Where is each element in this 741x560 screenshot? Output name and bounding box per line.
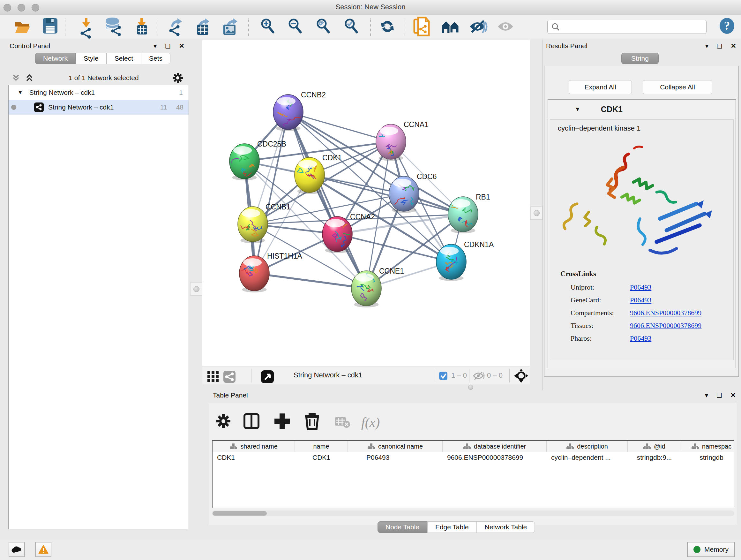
panel-float-icon[interactable]: ❑ <box>165 43 171 50</box>
panel-float-icon[interactable]: ❑ <box>717 43 722 50</box>
network-graph[interactable]: CCNB2CCNA1CDC25BCDK1CDC6RB1CCNB1CCNA2CDK… <box>202 40 530 367</box>
zoom-out-icon[interactable] <box>289 19 300 32</box>
import-table-icon[interactable] <box>137 18 147 35</box>
import-network-database-icon[interactable] <box>106 17 121 36</box>
network-node-ccnb2[interactable]: CCNB2 <box>273 91 326 131</box>
tab-sets[interactable]: Sets <box>141 53 171 64</box>
network-node-cdc6[interactable]: CDC6 <box>389 172 437 213</box>
collapse-all-button[interactable]: Collapse All <box>643 80 712 94</box>
copy-network-icon[interactable] <box>414 17 429 36</box>
tab-edge-table[interactable]: Edge Table <box>427 521 477 533</box>
crosslink-link[interactable]: P06493 <box>630 283 651 292</box>
node-table[interactable]: shared nameCDK1nameCDK1canonical nameP06… <box>212 440 734 508</box>
fit-content-crosshair-icon[interactable] <box>514 368 529 383</box>
cloud-status-button[interactable] <box>9 542 24 557</box>
tab-node-table[interactable]: Node Table <box>378 521 427 533</box>
export-image-icon[interactable] <box>223 18 238 35</box>
network-row-selected[interactable]: String Network – cdk1 11 48 <box>9 100 189 115</box>
entry-collapse-arrow-icon[interactable]: ▼ <box>575 106 581 113</box>
network-node-cdkn1a[interactable]: CDKN1A <box>436 240 494 281</box>
expand-all-button[interactable]: Expand All <box>569 80 632 94</box>
help-button[interactable]: ? <box>720 18 734 34</box>
export-network-icon[interactable] <box>169 18 182 36</box>
network-node-ccne1[interactable]: CCNE1 <box>351 267 404 307</box>
panel-close-icon[interactable]: ✕ <box>179 42 185 50</box>
grid-view-icon[interactable] <box>207 371 219 382</box>
network-options-gear-icon[interactable] <box>172 72 184 84</box>
horizontal-splitter-handle[interactable] <box>465 385 477 389</box>
crosslink-link[interactable]: 9606.ENSP00000378699 <box>630 321 701 330</box>
network-node-cdk1[interactable]: CDK1 <box>294 153 342 194</box>
table-cell[interactable]: CDK1 <box>295 452 348 463</box>
network-node-ccna1[interactable]: CCNA1 <box>376 120 428 161</box>
scrollbar-thumb[interactable] <box>212 511 267 516</box>
left-splitter-handle[interactable] <box>190 282 202 296</box>
network-collection-row[interactable]: ▼ String Network – cdk1 1 <box>9 85 189 100</box>
table-cell[interactable]: stringdb <box>681 452 734 463</box>
network-edge[interactable] <box>254 273 366 288</box>
tab-network[interactable]: Network <box>35 53 76 64</box>
table-cell[interactable]: stringdb:9... <box>628 452 681 463</box>
network-node-hist1h1a[interactable]: HIST1H1A <box>239 252 302 293</box>
expand-all-chevrons-icon[interactable] <box>11 73 22 83</box>
column-header-@id[interactable]: @id <box>628 441 681 452</box>
column-header-shared-name[interactable]: shared name <box>212 441 295 452</box>
table-cell[interactable]: CDK1 <box>212 452 295 463</box>
memory-button[interactable]: Memory <box>687 542 735 557</box>
node-result-header[interactable]: ▼ CDK1 <box>548 100 736 119</box>
panel-collapse-icon[interactable]: ▾ <box>705 42 709 50</box>
table-cell[interactable]: 9606.ENSP00000378699 <box>443 452 547 463</box>
tab-network-table[interactable]: Network Table <box>477 521 535 533</box>
crosslinks-list: Uniprot:P06493GeneCard:P06493Compartment… <box>550 279 733 347</box>
network-edge[interactable] <box>288 112 366 288</box>
crosslink-link[interactable]: 9606.ENSP00000378699 <box>630 309 701 317</box>
column-header-namespac[interactable]: namespac <box>681 441 734 452</box>
import-network-icon[interactable] <box>80 18 91 39</box>
right-splitter-handle[interactable] <box>530 206 542 220</box>
refresh-view-icon[interactable] <box>381 21 394 32</box>
delete-column-icon[interactable] <box>305 414 319 429</box>
table-horizontal-scrollbar[interactable] <box>212 510 734 516</box>
birds-eye-view-icon[interactable] <box>260 367 275 384</box>
zoom-in-icon[interactable] <box>262 19 273 32</box>
home-houses-icon[interactable] <box>442 21 459 33</box>
zoom-fit-icon[interactable] <box>318 19 329 32</box>
panel-collapse-icon[interactable]: ▾ <box>153 42 157 50</box>
table-cell[interactable]: P06493 <box>348 452 443 463</box>
crosslink-link[interactable]: P06493 <box>630 296 651 304</box>
network-edge[interactable] <box>254 112 288 273</box>
panel-collapse-icon[interactable]: ▾ <box>705 391 709 399</box>
crosslink-link[interactable]: P06493 <box>630 334 651 343</box>
column-header-name[interactable]: name <box>295 441 348 452</box>
network-canvas[interactable]: CCNB2CCNA1CDC25BCDK1CDC6RB1CCNB1CCNA2CDK… <box>202 40 530 367</box>
open-file-icon[interactable] <box>15 22 30 33</box>
string-view-icon[interactable] <box>223 371 235 383</box>
column-header-canonical-name[interactable]: canonical name <box>348 441 443 452</box>
warnings-button[interactable] <box>36 542 51 557</box>
collection-expand-arrow-icon[interactable]: ▼ <box>17 89 23 96</box>
search-box[interactable] <box>547 20 706 34</box>
column-header-database-identifier[interactable]: database identifier <box>443 441 547 452</box>
show-all-eye-icon[interactable] <box>498 22 513 30</box>
zoom-selected-icon[interactable] <box>346 19 357 32</box>
export-table-icon[interactable] <box>197 18 209 35</box>
add-column-icon[interactable] <box>274 414 290 429</box>
tab-style[interactable]: Style <box>76 53 107 64</box>
table-cell[interactable]: cyclin–dependent ... <box>547 452 628 463</box>
tab-string[interactable]: String <box>621 53 659 64</box>
hide-selected-eye-icon[interactable] <box>470 21 487 33</box>
table-options-gear-icon[interactable] <box>216 414 230 428</box>
search-input[interactable] <box>560 23 695 31</box>
column-header-description[interactable]: description <box>547 441 628 452</box>
panel-close-icon[interactable]: ✕ <box>731 42 736 50</box>
collapse-all-chevrons-icon[interactable] <box>25 73 36 83</box>
tab-select[interactable]: Select <box>107 53 141 64</box>
panel-float-icon[interactable]: ❑ <box>717 392 722 399</box>
network-label: String Network – cdk1 <box>48 104 114 111</box>
network-node-rb1[interactable]: RB1 <box>448 193 490 233</box>
show-columns-icon[interactable] <box>245 414 259 428</box>
selected-nodes-checkbox-icon[interactable] <box>439 371 448 381</box>
network-edge[interactable] <box>288 112 391 142</box>
save-session-icon[interactable] <box>43 18 57 34</box>
panel-close-icon[interactable]: ✕ <box>730 391 736 399</box>
